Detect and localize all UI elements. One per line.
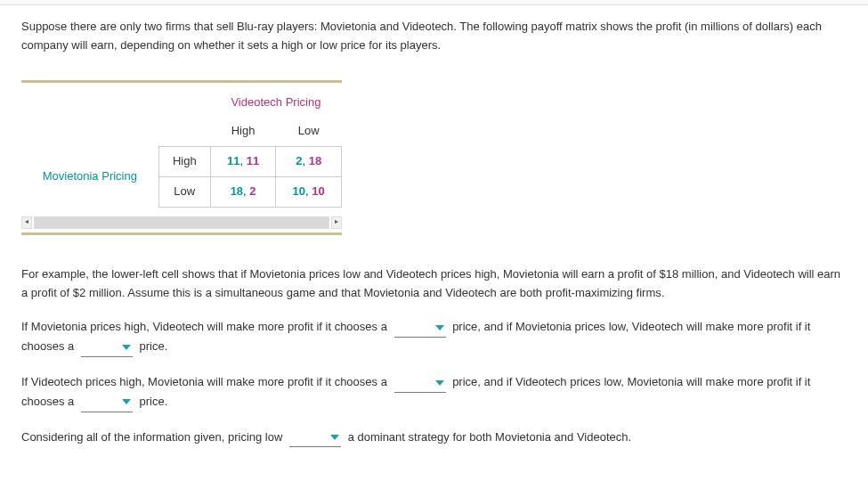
payoff-p1: 10 xyxy=(293,184,305,198)
payoff-p1: 18 xyxy=(231,184,243,198)
payoff-matrix: Videotech Pricing High Low Movietonia Pr… xyxy=(21,80,342,208)
payoff-sep: , xyxy=(302,154,308,167)
caret-down-icon xyxy=(330,435,339,440)
col-header-low: Low xyxy=(276,117,342,146)
payoff-sep: , xyxy=(239,154,246,167)
caret-down-icon xyxy=(122,345,131,350)
row-player-label: Movietonia Pricing xyxy=(21,147,158,208)
scroll-track[interactable] xyxy=(34,216,329,229)
scroll-left-icon[interactable]: ◂ xyxy=(21,216,32,229)
question-3: Considering all of the information given… xyxy=(21,428,847,448)
q3-text-1: Considering all of the information given… xyxy=(21,430,286,444)
example-text: For example, the lower-left cell shows t… xyxy=(21,265,847,303)
q2-text-1: If Videotech prices high, Movietonia wil… xyxy=(21,375,391,388)
cell-low-low: 10, 10 xyxy=(276,176,342,207)
cell-high-low: 2, 18 xyxy=(276,147,342,177)
payoff-p2: 18 xyxy=(309,154,321,167)
caret-down-icon xyxy=(435,325,444,330)
question-1: If Movietonia prices high, Videotech wil… xyxy=(21,318,847,357)
intro-text: Suppose there are only two firms that se… xyxy=(21,18,847,55)
q1-dropdown-2[interactable] xyxy=(81,338,133,357)
q2-dropdown-2[interactable] xyxy=(81,393,133,412)
caret-down-icon xyxy=(122,399,131,404)
q1-text-3: price. xyxy=(140,339,168,353)
row-header-low: Low xyxy=(158,176,210,207)
matrix-scrollbar[interactable]: ◂ ▸ xyxy=(21,216,342,229)
row-header-high: High xyxy=(158,147,210,177)
q3-dropdown-1[interactable] xyxy=(289,428,341,448)
question-body: Suppose there are only two firms that se… xyxy=(0,5,868,472)
question-2: If Videotech prices high, Movietonia wil… xyxy=(21,373,847,412)
q2-text-3: price. xyxy=(140,395,168,408)
q1-dropdown-1[interactable] xyxy=(394,318,446,338)
payoff-p2: 10 xyxy=(312,184,324,198)
matrix-divider-top xyxy=(21,80,342,83)
cell-low-high: 18, 2 xyxy=(210,176,276,207)
payoff-p1: 11 xyxy=(227,154,239,167)
payoff-table: Videotech Pricing High Low Movietonia Pr… xyxy=(21,88,342,208)
scroll-right-icon[interactable]: ▸ xyxy=(331,216,342,229)
cell-high-high: 11, 11 xyxy=(210,147,276,177)
payoff-p2: 2 xyxy=(249,184,256,198)
payoff-p2: 11 xyxy=(247,154,259,167)
q3-text-2: a dominant strategy for both Movietonia … xyxy=(348,430,631,444)
q2-dropdown-1[interactable] xyxy=(394,373,446,393)
matrix-divider-bottom xyxy=(21,232,342,235)
caret-down-icon xyxy=(435,380,444,386)
col-header-high: High xyxy=(210,117,276,146)
col-player-label: Videotech Pricing xyxy=(210,88,341,118)
q1-text-1: If Movietonia prices high, Videotech wil… xyxy=(21,320,391,333)
